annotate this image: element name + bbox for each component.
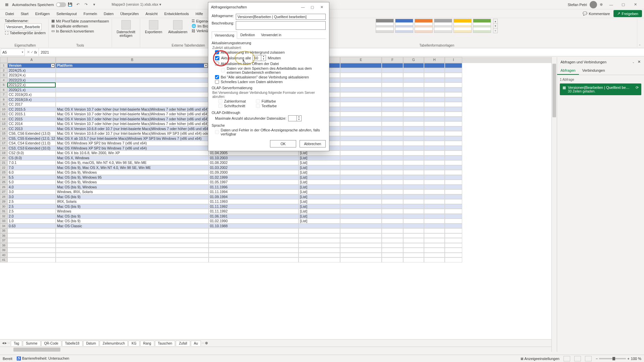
cell[interactable]: 0.63	[7, 224, 56, 229]
cell[interactable]	[424, 170, 445, 175]
cell[interactable]	[424, 204, 445, 209]
style-swatch[interactable]	[376, 19, 394, 33]
ribbon-tab[interactable]: Datei	[2, 10, 17, 17]
cell[interactable]	[445, 126, 462, 131]
cell[interactable]	[299, 224, 340, 229]
cell[interactable]	[445, 63, 462, 68]
resize-table-button[interactable]: ⛶ Tabellengröße ändern	[5, 31, 46, 35]
cell[interactable]	[382, 257, 403, 262]
document-name[interactable]: Mappe3 (version 1).xlsb.xlsx ▾	[112, 2, 161, 7]
sheet-nav-next-icon[interactable]: ▶	[5, 342, 7, 345]
cell[interactable]: Mac OS (bis 9), macOS, Win NT 4.0, Win 9…	[56, 160, 209, 165]
row-header[interactable]: 33	[0, 219, 7, 224]
col-header[interactable]: I	[445, 57, 462, 63]
style-swatch[interactable]	[395, 19, 413, 33]
cell[interactable]	[382, 199, 403, 204]
row-header[interactable]: 38	[0, 243, 7, 248]
row-header[interactable]: 21	[0, 160, 7, 165]
cell[interactable]: Mac OS X Version 10.7 oder höher (nur In…	[56, 107, 209, 112]
cell[interactable]	[382, 214, 403, 219]
cell[interactable]	[445, 185, 462, 190]
autosave[interactable]: Automatisches Speichern	[12, 2, 66, 7]
cell[interactable]	[382, 253, 403, 258]
cell[interactable]	[424, 73, 445, 78]
cell[interactable]	[340, 185, 382, 190]
cell[interactable]	[424, 107, 445, 112]
ribbon-tab[interactable]: Formeln	[80, 10, 100, 17]
cell[interactable]: Plattform▾	[56, 63, 209, 68]
cell[interactable]	[340, 107, 382, 112]
cell[interactable]	[424, 243, 445, 248]
cell[interactable]: 01.11.1993	[209, 199, 299, 204]
sheet-tab[interactable]: Zeilenumbruch	[100, 341, 128, 346]
cell[interactable]	[424, 209, 445, 214]
cell[interactable]: Mac OS X bis 10.6.8, Win 2000, Win XP	[56, 150, 209, 156]
cell[interactable]: 01.06.1991	[209, 214, 299, 219]
cell[interactable]: 6.0	[7, 170, 56, 175]
cell[interactable]	[424, 248, 445, 253]
cell[interactable]	[445, 219, 462, 224]
cell[interactable]	[403, 257, 424, 262]
cell[interactable]	[340, 180, 382, 185]
undo-icon[interactable]: ↶	[75, 2, 81, 8]
cell[interactable]	[403, 156, 424, 161]
row-header[interactable]: 14	[0, 126, 7, 131]
cell[interactable]	[403, 131, 424, 136]
display-settings[interactable]: 🖥 Anzeigeeinstellungen	[520, 357, 559, 361]
desc-input[interactable]	[236, 21, 326, 30]
cell[interactable]: Mac OS X Version 10.7 oder höher (nur In…	[56, 121, 209, 126]
cell[interactable]	[403, 112, 424, 117]
cell[interactable]: Windows, IRIX, Solaris	[56, 189, 209, 194]
cell[interactable]	[299, 257, 340, 262]
cell[interactable]	[209, 233, 299, 238]
cell[interactable]	[403, 63, 424, 68]
cell[interactable]	[445, 73, 462, 78]
cell[interactable]	[403, 238, 424, 243]
cell[interactable]	[340, 209, 382, 214]
style-swatch[interactable]	[473, 19, 491, 33]
cell[interactable]: [List]	[299, 194, 340, 199]
tab-definition[interactable]: Definition	[237, 31, 258, 39]
cell[interactable]	[340, 228, 382, 233]
cell[interactable]	[403, 160, 424, 165]
cell[interactable]	[382, 204, 403, 209]
cell[interactable]: IRIX, Solaris	[56, 199, 209, 204]
cell[interactable]: 2020(21.x)	[7, 87, 56, 93]
cell[interactable]	[403, 204, 424, 209]
ribbon-tab[interactable]: Hilfe	[192, 10, 206, 17]
cell[interactable]	[424, 214, 445, 219]
cell[interactable]	[403, 117, 424, 122]
cell[interactable]: Mac OS Classic	[56, 224, 209, 229]
cell[interactable]: Mac OS (bis 9), Mac OS X, Win NT 4.0, Wi…	[56, 165, 209, 170]
ok-button[interactable]: OK	[270, 140, 296, 147]
cell[interactable]: [List]	[299, 156, 340, 161]
cell[interactable]	[299, 248, 340, 253]
cell[interactable]	[382, 63, 403, 68]
cell[interactable]	[445, 68, 462, 73]
cell[interactable]	[209, 238, 299, 243]
cell[interactable]	[299, 233, 340, 238]
cell[interactable]	[382, 92, 403, 97]
cell[interactable]: [List]	[299, 214, 340, 219]
cell[interactable]	[340, 194, 382, 199]
dialog-minimize-icon[interactable]: —	[298, 5, 308, 9]
cell[interactable]	[382, 185, 403, 190]
row-header[interactable]: 34	[0, 224, 7, 229]
cell[interactable]	[340, 82, 382, 87]
styles-down-icon[interactable]: ▾	[493, 24, 497, 28]
chk-refresh-on-open[interactable]: Aktualisieren beim Öffnen der Datei	[215, 62, 326, 66]
cancel-edit-icon[interactable]: ✕	[27, 50, 30, 54]
row-header[interactable]: 11	[0, 112, 7, 117]
cell[interactable]	[403, 189, 424, 194]
cell[interactable]: Mac OS (bis 9)	[56, 194, 209, 199]
cell[interactable]	[424, 199, 445, 204]
refresh-button[interactable]: Aktualisieren	[166, 19, 190, 35]
cell[interactable]	[340, 92, 382, 97]
row-header[interactable]: 29	[0, 199, 7, 204]
cell[interactable]	[403, 102, 424, 107]
cell[interactable]: 2022(23.x)	[7, 78, 56, 83]
cell[interactable]	[424, 87, 445, 93]
cell[interactable]: CC 2019(20.x)	[7, 92, 56, 97]
cell[interactable]	[424, 228, 445, 233]
cell[interactable]: CC 2015.1	[7, 112, 56, 117]
